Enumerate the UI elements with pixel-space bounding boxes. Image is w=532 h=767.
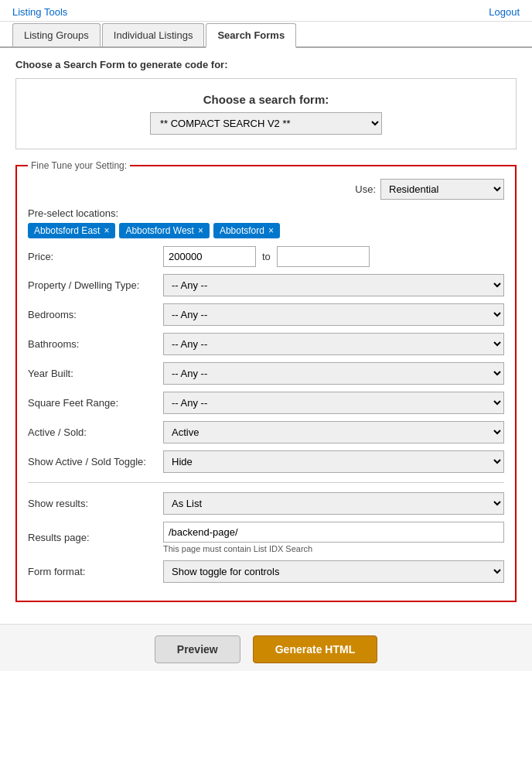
logout-link[interactable]: Logout: [489, 6, 520, 18]
use-label: Use:: [355, 183, 376, 195]
active-sold-select[interactable]: Active Sold: [163, 421, 504, 443]
year-built-row: Year Built: -- Any -- Before 1980 1980-2…: [28, 362, 504, 385]
fine-tune-fieldset: Fine Tune your Setting: Use: Residential…: [15, 160, 517, 602]
form-format-select[interactable]: Show toggle for controls Always show con…: [163, 560, 504, 583]
show-results-label: Show results:: [28, 498, 163, 509]
results-page-input[interactable]: [163, 522, 504, 543]
property-type-select[interactable]: -- Any -- House Condo Townhouse: [163, 274, 504, 296]
show-results-select[interactable]: As List As Grid As Map: [163, 492, 504, 515]
price-row: Price: to: [28, 246, 504, 267]
property-type-label: Property / Dwelling Type:: [28, 279, 163, 291]
remove-abbotsford[interactable]: ×: [268, 225, 274, 236]
tabs-row: Listing Groups Individual Listings Searc…: [0, 23, 532, 48]
show-results-row: Show results: As List As Grid As Map: [28, 492, 504, 515]
property-type-row: Property / Dwelling Type: -- Any -- Hous…: [28, 274, 504, 296]
bedrooms-label: Bedrooms:: [28, 309, 163, 320]
search-form-select[interactable]: ** COMPACT SEARCH V2 ** Standard Search …: [150, 112, 382, 135]
tab-search-forms[interactable]: Search Forms: [206, 23, 296, 48]
show-active-sold-toggle-row: Show Active / Sold Toggle: Hide Show: [28, 450, 504, 473]
preview-button[interactable]: Preview: [155, 635, 240, 663]
locations-row: Pre-select locations: Abbotsford East × …: [28, 207, 504, 238]
location-tag-label: Abbotsford East: [34, 225, 100, 236]
location-tags: Abbotsford East × Abbotsford West × Abbo…: [28, 223, 504, 238]
location-tag-abbotsford-east: Abbotsford East ×: [28, 223, 115, 238]
price-label: Price:: [28, 251, 163, 262]
bathrooms-select[interactable]: -- Any -- 1234+: [163, 333, 504, 355]
results-page-label: Results page:: [28, 532, 163, 543]
bedrooms-select[interactable]: -- Any -- 12345+: [163, 303, 504, 326]
form-format-label: Form format:: [28, 566, 163, 577]
bathrooms-label: Bathrooms:: [28, 338, 163, 350]
active-sold-label: Active / Sold:: [28, 426, 163, 438]
price-to-text: to: [262, 251, 271, 262]
use-row: Use: Residential Commercial All: [28, 179, 504, 200]
show-active-sold-toggle-label: Show Active / Sold Toggle:: [28, 456, 163, 467]
remove-abbotsford-east[interactable]: ×: [104, 225, 109, 236]
price-to-input[interactable]: [277, 246, 370, 267]
active-sold-row: Active / Sold: Active Sold: [28, 421, 504, 443]
location-tag-label: Abbotsford West: [125, 225, 194, 236]
price-from-input[interactable]: [163, 246, 256, 267]
results-page-field: This page must contain List IDX Search: [163, 522, 504, 553]
tab-individual-listings[interactable]: Individual Listings: [102, 23, 205, 46]
form-format-row: Form format: Show toggle for controls Al…: [28, 560, 504, 583]
year-built-select[interactable]: -- Any -- Before 1980 1980-2000 2000+: [163, 362, 504, 385]
generate-html-button[interactable]: Generate HTML: [253, 635, 377, 663]
location-tag-abbotsford: Abbotsford ×: [213, 223, 280, 238]
bottom-buttons: Preview Generate HTML: [0, 624, 532, 671]
choose-form-title: Choose a search form:: [32, 93, 500, 106]
page-content: Choose a Search Form to generate code fo…: [0, 48, 532, 624]
listing-tools-link[interactable]: Listing Tools: [12, 6, 67, 18]
bathrooms-row: Bathrooms: -- Any -- 1234+: [28, 333, 504, 355]
results-page-hint: This page must contain List IDX Search: [163, 544, 504, 553]
sqft-row: Square Feet Range: -- Any -- Under 1000 …: [28, 392, 504, 414]
pre-select-label: Pre-select locations:: [28, 207, 504, 219]
sqft-select[interactable]: -- Any -- Under 1000 1000-2000 2000+: [163, 392, 504, 414]
remove-abbotsford-west[interactable]: ×: [198, 225, 203, 236]
show-active-sold-toggle-select[interactable]: Hide Show: [163, 450, 504, 473]
sqft-label: Square Feet Range:: [28, 397, 163, 409]
location-tag-abbotsford-west: Abbotsford West ×: [119, 223, 210, 238]
fine-tune-legend: Fine Tune your Setting:: [28, 160, 130, 171]
top-bar: Listing Tools Logout: [0, 0, 532, 22]
section-divider: [28, 482, 504, 483]
bedrooms-row: Bedrooms: -- Any -- 12345+: [28, 303, 504, 326]
tab-listing-groups[interactable]: Listing Groups: [12, 23, 101, 46]
choose-form-box: Choose a search form: ** COMPACT SEARCH …: [15, 78, 517, 149]
use-select[interactable]: Residential Commercial All: [380, 179, 504, 200]
section-label: Choose a Search Form to generate code fo…: [15, 59, 517, 70]
results-page-row: Results page: This page must contain Lis…: [28, 522, 504, 553]
location-tag-label: Abbotsford: [220, 225, 264, 236]
year-built-label: Year Built:: [28, 368, 163, 379]
